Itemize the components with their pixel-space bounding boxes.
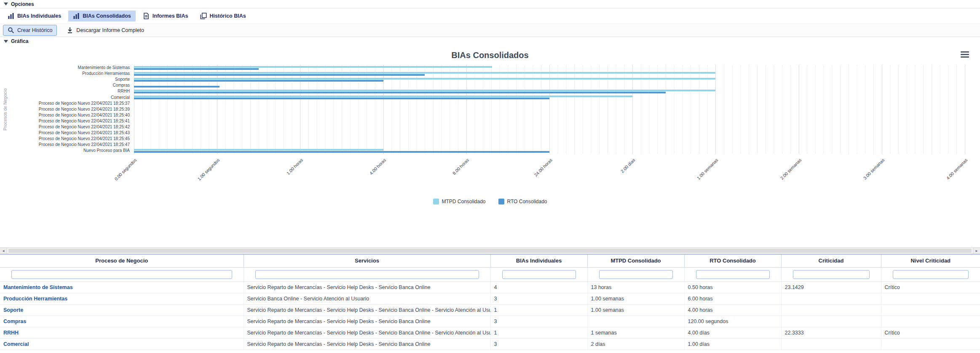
tab-bias-consolidados[interactable]: BIAs Consolidados	[68, 11, 136, 21]
download-icon	[67, 27, 73, 34]
filter-cell-servicios	[244, 267, 490, 281]
cell-nivel	[881, 338, 980, 350]
cell-mtpd: 2 días	[587, 338, 684, 350]
collapse-icon-opciones[interactable]	[4, 3, 8, 5]
chart-x-tick-label: 0.00 segundos	[113, 157, 137, 181]
bar-mtpd[interactable]	[134, 96, 632, 97]
chart-category-label: Proceso de Negocio Nuevo 22/04/2021 18:2…	[0, 136, 132, 142]
process-link[interactable]: RRHH	[3, 330, 19, 336]
process-link[interactable]: Comercial	[3, 341, 29, 347]
tab-hist-rico-bias[interactable]: Histórico BIAs	[195, 11, 251, 21]
scroll-right-arrow-icon[interactable]: ►	[973, 248, 980, 254]
bar-rto[interactable]	[134, 80, 383, 82]
chart-category-label: Mantenimiento de Sistemas	[0, 65, 132, 71]
cell-nivel	[881, 293, 980, 304]
tab-label: Histórico BIAs	[210, 13, 246, 19]
descargar-informe-completo-button[interactable]: Descargar Informe Completo	[62, 25, 148, 36]
app-root: Opciones BIAs IndividualesBIAs Consolida…	[0, 0, 980, 353]
bar-rto[interactable]	[134, 68, 259, 70]
filter-cell-proceso	[0, 267, 244, 281]
column-header-rto-consolidado[interactable]: RTO Consolidado	[684, 255, 781, 267]
scrollbar-thumb[interactable]	[8, 249, 972, 253]
table-row[interactable]: RRHHServicio Reparto de Mercancías - Ser…	[0, 327, 980, 338]
filter-input-bias[interactable]	[502, 270, 576, 279]
legend-label: MTPD Consolidado	[442, 199, 486, 204]
cell-nivel	[881, 304, 980, 316]
legend-item-mtpd-consolidado[interactable]: MTPD Consolidado	[433, 199, 486, 204]
bar-mtpd[interactable]	[134, 78, 715, 80]
cell-bias: 3	[490, 293, 587, 304]
table-row[interactable]: SoporteServicio Reparto de Mercancías - …	[0, 304, 980, 316]
chart-menu-icon[interactable]	[961, 51, 969, 58]
legend-item-rto-consolidado[interactable]: RTO Consolidado	[498, 199, 547, 204]
chart-x-tick-label: 1.00 semanas	[696, 157, 719, 180]
cell-criticidad	[781, 293, 881, 304]
table-row[interactable]: Producción HerramientasServicio Banca On…	[0, 293, 980, 304]
bar-rto[interactable]	[134, 92, 666, 93]
column-header-proceso-de-negocio[interactable]: Proceso de Negocio	[0, 255, 244, 267]
crear-hist-rico-button[interactable]: Crear Histórico	[3, 25, 57, 36]
filter-input-proceso[interactable]	[11, 270, 232, 279]
column-header-criticidad[interactable]: Criticidad	[781, 255, 881, 267]
cell-criticidad: 23.1429	[781, 281, 881, 293]
chart-x-tick-label: 8.00 horas	[452, 157, 470, 176]
bias-table-section: Proceso de NegocioServiciosBIAs Individu…	[0, 254, 980, 353]
cell-rto: 1.00 días	[684, 338, 781, 350]
cell-criticidad: 22.3333	[781, 327, 881, 338]
filter-cell-mtpd	[587, 267, 684, 281]
process-link[interactable]: Compras	[3, 318, 26, 324]
tab-bias-individuales[interactable]: BIAs Individuales	[3, 11, 66, 21]
filter-cell-bias	[490, 267, 587, 281]
filter-input-criticidad[interactable]	[793, 270, 870, 279]
legend-swatch	[433, 199, 439, 204]
collapse-icon-grafica[interactable]	[4, 40, 8, 43]
cell-rto: 120.00 segundos	[684, 316, 781, 327]
bar-mtpd[interactable]	[134, 72, 715, 74]
filter-input-rto[interactable]	[696, 270, 770, 279]
bar-mtpd[interactable]	[134, 90, 715, 91]
column-header-bias-individuales[interactable]: BIAs Individuales	[490, 255, 587, 267]
legend-label: RTO Consolidado	[507, 199, 547, 204]
bar-rto[interactable]	[134, 98, 549, 99]
bar-mtpd[interactable]	[134, 66, 492, 68]
cell-rto: 4.00 horas	[684, 304, 781, 316]
scrollbar-track[interactable]	[7, 248, 973, 254]
cell-bias: 1	[490, 304, 587, 316]
tab-informes-bias[interactable]: Informes BIAs	[138, 11, 193, 21]
cell-proceso: Soporte	[0, 304, 244, 316]
cell-bias: 4	[490, 281, 587, 293]
column-header-nivel-criticidad[interactable]: Nivel Criticidad	[881, 255, 980, 267]
filter-input-mtpd[interactable]	[599, 270, 673, 279]
horizontal-scrollbar[interactable]: ◄ ►	[0, 247, 980, 254]
chart-x-tick-label: 1.00 horas	[285, 157, 304, 176]
filter-input-servicios[interactable]	[255, 270, 479, 279]
cell-criticidad	[781, 316, 881, 327]
bar-rto[interactable]	[134, 86, 220, 88]
table-row[interactable]: Mantenimiento de SistemasServicio Repart…	[0, 281, 980, 293]
chart-category-label: Soporte	[0, 77, 132, 82]
cell-servicios: Servicio Reparto de Mercancías - Servici…	[244, 304, 490, 316]
table-row[interactable]: ComercialServicio Reparto de Mercancías …	[0, 338, 980, 350]
column-header-mtpd-consolidado[interactable]: MTPD Consolidado	[587, 255, 684, 267]
filter-input-nivel[interactable]	[893, 270, 969, 279]
process-link[interactable]: Soporte	[3, 307, 23, 313]
bar-rto[interactable]	[134, 151, 549, 153]
filter-cell-nivel	[881, 267, 980, 281]
cell-servicios: Servicio Reparto de Mercancías - Servici…	[244, 281, 490, 293]
cell-criticidad	[781, 338, 881, 350]
column-header-servicios[interactable]: Servicios	[244, 255, 490, 267]
bar-rto[interactable]	[134, 74, 425, 76]
process-link[interactable]: Producción Herramientas	[3, 296, 67, 302]
process-link[interactable]: Mantenimiento de Sistemas	[3, 284, 73, 290]
cell-proceso: Producción Herramientas	[0, 293, 244, 304]
cell-nivel: Crítico	[881, 327, 980, 338]
cell-proceso: Compras	[0, 316, 244, 327]
bar-mtpd[interactable]	[134, 149, 383, 151]
table-row[interactable]: ComprasServicio Reparto de Mercancías - …	[0, 316, 980, 327]
cell-bias: 3	[490, 316, 587, 327]
chart-category-label: Proceso de Negocio Nuevo 22/04/2021 18:2…	[0, 106, 132, 112]
chart-x-tick-label: 3.00 semanas	[862, 157, 885, 180]
scroll-left-arrow-icon[interactable]: ◄	[0, 248, 7, 254]
cell-criticidad	[781, 304, 881, 316]
cell-nivel: Crítico	[881, 281, 980, 293]
